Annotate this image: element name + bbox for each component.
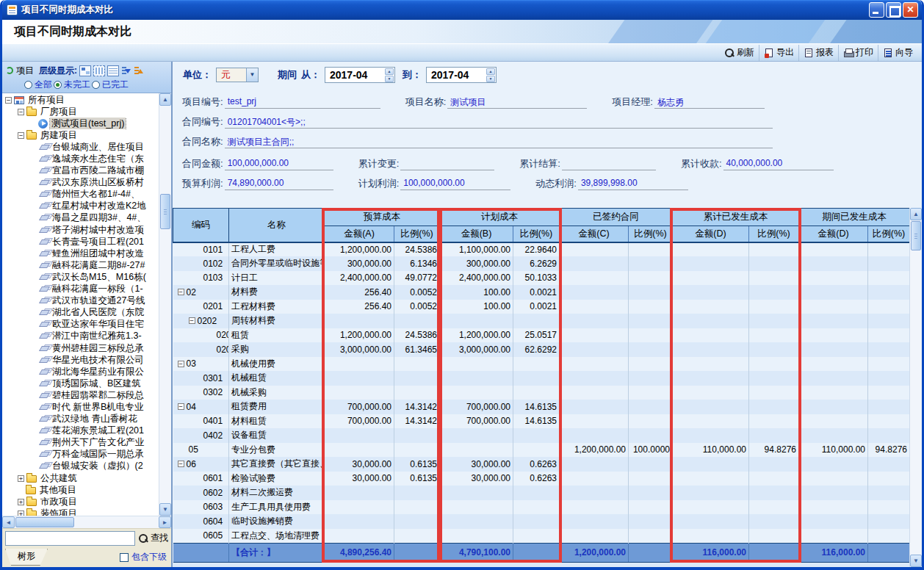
collapse-icon[interactable]: − [178, 403, 184, 410]
period-to-input[interactable]: 2017-04 ▲▼ [426, 67, 497, 83]
col-sub-header[interactable]: 金额(D) [799, 226, 868, 242]
period-from-input[interactable]: 2017-04 ▲▼ [325, 67, 395, 83]
tab-tree-view[interactable]: 树形 [5, 549, 48, 566]
col-group-header[interactable]: 累计已发生成本 [673, 209, 799, 226]
expand-icon[interactable]: + [18, 511, 24, 516]
radio-未完工[interactable]: 未完工 [54, 79, 90, 91]
refresh-tree-icon[interactable] [5, 66, 14, 75]
table-row[interactable]: 0301机械租赁 [173, 371, 910, 386]
view-dashed-icon[interactable] [93, 65, 105, 76]
collapse-icon[interactable]: − [18, 132, 24, 139]
radio-icon[interactable] [92, 81, 100, 89]
field-value[interactable] [562, 158, 656, 170]
tree-node[interactable]: +装饰项目 [2, 508, 159, 516]
refresh-button[interactable]: 刷新 [720, 45, 759, 61]
field-value[interactable] [400, 158, 494, 170]
tree-node[interactable]: 鲤鱼洲组团城中村改造 [2, 248, 159, 259]
spin-down-icon[interactable]: ▼ [385, 76, 394, 82]
collapse-icon[interactable]: − [178, 361, 184, 367]
table-row[interactable]: 05专业分包费1,200,000.00100.0000110,000.0094.… [173, 443, 910, 458]
collapse-icon[interactable]: − [18, 109, 24, 115]
tree-search-input[interactable] [5, 531, 135, 546]
collapse-icon[interactable]: − [178, 289, 184, 295]
tree-vertical-scrollbar[interactable]: ▲ ▼ [159, 93, 171, 516]
col-sub-header[interactable]: 比例(%) [513, 226, 560, 242]
field-value[interactable]: test_prj [225, 96, 380, 109]
radio-icon[interactable] [54, 81, 62, 89]
col-header-name[interactable]: 名称 [229, 209, 325, 242]
tree-node[interactable]: 台银城商业、居住项目 [2, 141, 159, 153]
field-value[interactable]: 74,890,000.00 [225, 178, 333, 190]
col-group-header[interactable]: 计划成本 [440, 209, 560, 226]
unit-select[interactable]: 元 ▼ [216, 68, 259, 82]
scroll-right-icon[interactable]: ► [159, 516, 171, 528]
tree-node[interactable]: 海昌之星四期3#、4#、 [2, 212, 159, 224]
tree-node[interactable]: 宜昌市西陵二路城市棚 [2, 165, 159, 177]
col-header-code[interactable]: 编码 [173, 209, 229, 242]
chevron-down-icon[interactable]: ▼ [246, 68, 258, 82]
tree-node[interactable]: 荆州天下广告文化产业 [2, 437, 159, 449]
tree-node[interactable]: 红星村城中村改造K2地 [2, 201, 159, 212]
sort-desc-icon[interactable] [121, 65, 131, 76]
print-button[interactable]: 打印 [838, 45, 878, 61]
table-row[interactable]: 0601检验试验费30,000.000.613530,000.000.6263 [173, 472, 910, 486]
field-value[interactable]: 杨志勇 [654, 96, 765, 109]
tree-node[interactable]: −厂房项目 [2, 106, 159, 118]
collapse-icon[interactable]: − [178, 461, 184, 467]
table-vertical-scrollbar[interactable]: ▲ ▼ [909, 208, 922, 567]
scroll-thumb[interactable] [160, 194, 170, 229]
table-row[interactable]: 0302机械采购 [173, 386, 910, 400]
table-row[interactable]: 0603生产工具用具使用费 [173, 500, 910, 515]
minimize-button[interactable] [869, 2, 884, 18]
table-row[interactable]: −02材料费256.400.0052100.000.0021 [173, 285, 910, 300]
table-row[interactable]: 0102合同外零星或临时设施等300,000.006.1346300,000.0… [173, 256, 910, 271]
table-row[interactable]: 0201工程材料费256.400.0052100.000.0021 [173, 300, 910, 314]
table-row[interactable]: 0605工程点交、场地清理费 [173, 529, 910, 544]
table-row[interactable]: −06其它直接费（其它直接、30,000.000.613530,000.000.… [173, 457, 910, 472]
spin-up-icon[interactable]: ▲ [486, 68, 495, 75]
table-row[interactable]: −03机械使用费 [173, 357, 910, 372]
spin-up-icon[interactable]: ▲ [385, 68, 394, 75]
table-row[interactable]: 0402设备租赁 [173, 428, 910, 443]
collapse-icon[interactable]: − [5, 97, 12, 104]
tree-node[interactable]: +市政项目 [2, 496, 159, 508]
close-button[interactable]: ✕ [903, 2, 918, 18]
tree-node[interactable]: −所有项目 [2, 94, 159, 106]
tree-node[interactable]: 华星光电技术有限公司 [2, 354, 159, 366]
radio-已完工[interactable]: 已完工 [92, 79, 129, 91]
tree-node[interactable]: 碧桂园翡翠郡二标段总 [2, 389, 159, 401]
table-row[interactable]: 0401材料租赁700,000.0014.3142700,000.0014.61… [173, 414, 910, 429]
view-org-icon[interactable] [79, 65, 91, 76]
field-value[interactable]: 100,000,000.00 [225, 158, 333, 170]
scroll-up-icon[interactable]: ▲ [910, 208, 922, 220]
tree-node[interactable]: 潜江中南世纪雅苑1.3- [2, 331, 159, 342]
export-button[interactable]: 导出 [759, 45, 798, 61]
tree-node[interactable]: 时代 新世界B机电专业 [2, 401, 159, 413]
tree-node[interactable]: 长青壹号项目工程(201 [2, 236, 159, 248]
tree-node[interactable]: 欧亚达家年华项目住宅 [2, 319, 159, 331]
tree-node[interactable]: 武汉绿地 青山香树花 [2, 414, 159, 425]
collapse-icon[interactable]: − [189, 317, 195, 324]
col-group-header[interactable]: 预算成本 [325, 209, 440, 226]
wizard-button[interactable]: 向导 [878, 45, 917, 61]
table-row[interactable]: 020采购3,000,000.0061.34653,000,000.0062.6… [173, 342, 910, 357]
field-value[interactable]: 测试项目主合同;; [225, 136, 773, 148]
table-row[interactable]: −04租赁费用700,000.0014.3142700,000.0014.613… [173, 400, 910, 414]
tree-node[interactable]: 逸城亲水生态住宅（东 [2, 153, 159, 165]
table-row[interactable]: 0604临时设施摊销费 [173, 514, 910, 529]
tree-node[interactable]: −房建项目 [2, 129, 159, 141]
spin-down-icon[interactable]: ▼ [486, 76, 495, 82]
scroll-left-icon[interactable]: ◄ [2, 516, 15, 528]
tree-node[interactable]: 武汉东原洪山区板桥村 [2, 177, 159, 189]
table-row[interactable]: 0101工程人工费1,200,000.0024.53861,100,000.00… [173, 242, 910, 257]
tree-node[interactable]: 随州恒大名都1#-4#、 [2, 189, 159, 201]
tree-node[interactable]: 莲花湖东景城工程(201 [2, 425, 159, 437]
tree-node[interactable]: 塔子湖村城中村改造项 [2, 224, 159, 236]
tree-node[interactable]: +公共建筑 [2, 472, 159, 484]
col-sub-header[interactable]: 比例(%) [394, 226, 440, 242]
field-value[interactable]: 40,000,000.00 [723, 158, 834, 170]
table-row[interactable]: −0202周转材料费 [173, 314, 910, 328]
tree-horizontal-scrollbar[interactable]: ◄ ► [2, 516, 171, 528]
field-value[interactable]: 01201704001<号>;; [225, 116, 773, 129]
table-row[interactable]: 0602材料二次搬运费 [173, 486, 910, 500]
